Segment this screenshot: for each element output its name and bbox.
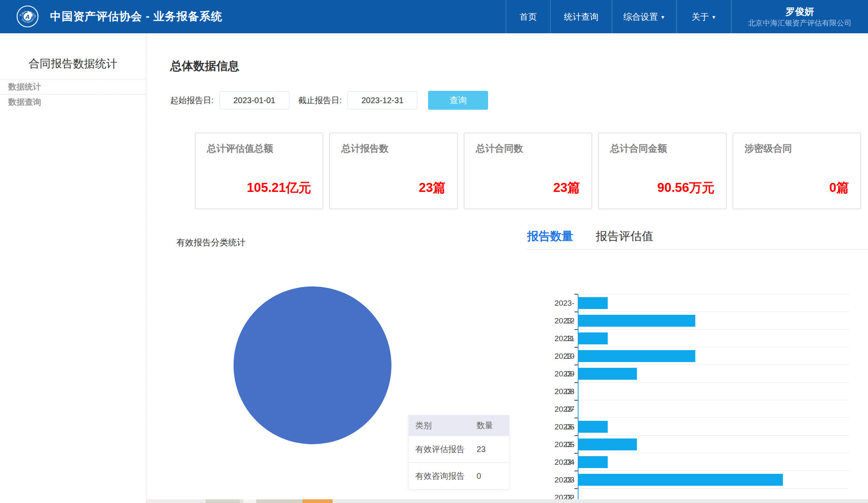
gridline — [579, 347, 849, 347]
axis-tick — [574, 365, 578, 365]
stat-value: 105.21亿元 — [247, 179, 311, 196]
y-axis-label: 2023-03 — [549, 453, 574, 471]
app-title: 中国资产评估协会 - 业务报备系统 — [50, 0, 222, 33]
stat-card-total-contract-amount: 总计合同金额 90.56万元 — [598, 133, 727, 209]
y-axis-label: 2023-06 — [549, 400, 574, 418]
bar-row: 2023-12 — [549, 294, 849, 312]
start-date-label: 起始报告日: — [170, 95, 214, 106]
pie-chart[interactable] — [234, 286, 391, 444]
date-filter-row: 起始报告日: 截止报告日: 查询 — [170, 91, 488, 110]
bar[interactable] — [579, 474, 783, 486]
end-date-label: 截止报告日: — [299, 95, 342, 106]
sidebar: 合同报告数据统计 数据统计 数据查询 — [0, 33, 146, 503]
gridline — [579, 418, 849, 418]
axis-tick — [574, 347, 578, 348]
bar[interactable] — [579, 438, 637, 450]
table-row: 有效评估报告 23 — [409, 436, 509, 462]
axis-tick — [574, 471, 578, 471]
table-row: 有效咨询报告 0 — [409, 462, 509, 489]
bar-row: 2023-04 — [549, 436, 849, 453]
sidebar-item-data-query[interactable]: 数据查询 — [0, 94, 146, 109]
axis-tick — [574, 488, 578, 489]
gridline — [579, 365, 849, 365]
bottom-cutoff-strip — [243, 499, 256, 503]
stat-card-total-reports: 总计报告数 23篇 — [329, 133, 458, 209]
nav-item-statistics-query[interactable]: 统计查询 — [550, 0, 612, 33]
stat-card-total-appraisal-value: 总计评估值总额 105.21亿元 — [195, 133, 323, 209]
bottom-cutoff-strip — [206, 499, 240, 503]
nav-item-home[interactable]: 首页 — [506, 0, 550, 33]
bar-row: 2023-08 — [549, 365, 849, 383]
sidebar-title: 合同报告数据统计 — [0, 56, 146, 71]
chevron-down-icon: ▼ — [711, 14, 716, 20]
stat-cards-row: 总计评估值总额 105.21亿元 总计报告数 23篇 总计合同数 23篇 总计合… — [195, 133, 861, 209]
nav-item-about[interactable]: 关于▼ — [676, 0, 731, 33]
sidebar-item-data-statistics[interactable]: 数据统计 — [0, 79, 146, 94]
bar[interactable] — [579, 350, 695, 362]
gridline — [579, 329, 849, 330]
stat-value: 90.56万元 — [657, 179, 715, 196]
gridline — [579, 311, 849, 312]
bar-row: 2023-02 — [549, 471, 849, 489]
user-menu[interactable]: 罗俊妍 北京中海汇银资产评估有限公司 — [731, 0, 868, 33]
end-date-input[interactable] — [347, 91, 417, 109]
start-date-input[interactable] — [220, 91, 289, 109]
bar-row: 2023-05 — [549, 418, 849, 436]
bar-row: 2023-06 — [549, 400, 849, 418]
tab-report-appraisal-value[interactable]: 报告评估值 — [596, 228, 653, 244]
nav-menu: 首页 统计查询 综合设置▼ 关于▼ 罗俊妍 北京中海汇银资产评估有限公司 — [506, 0, 868, 33]
stat-value: 23篇 — [553, 179, 580, 196]
axis-tick — [574, 453, 578, 454]
gridline — [579, 294, 849, 294]
bar-chart: 2023-122023-112023-102023-092023-082023-… — [549, 294, 849, 503]
axis-tick — [574, 382, 578, 383]
y-axis-label: 2023-08 — [549, 365, 574, 383]
bottom-cutoff-strip — [256, 499, 303, 503]
gridline — [579, 382, 849, 383]
bar-row: 2023-03 — [549, 453, 849, 471]
stat-card-total-contracts: 总计合同数 23篇 — [464, 133, 592, 209]
axis-tick — [574, 329, 578, 330]
bar[interactable] — [579, 297, 608, 309]
axis-tick — [574, 311, 578, 312]
y-axis-label: 2023-11 — [549, 312, 574, 330]
bar-row: 2023-07 — [549, 383, 849, 400]
bottom-cutoff-strip — [240, 499, 243, 503]
axis-tick — [574, 435, 578, 436]
y-axis-label: 2023-09 — [549, 347, 574, 365]
y-axis-label: 2023-12 — [549, 294, 574, 312]
svg-text:A: A — [25, 13, 30, 20]
china-appraisal-society-logo-icon: 中国资产评估协会 China Appraisal Society A — [16, 5, 39, 28]
bar-row: 2023-10 — [549, 330, 849, 347]
bar[interactable] — [579, 332, 608, 344]
gridline — [579, 488, 849, 489]
page-title: 总体数据信息 — [170, 58, 239, 74]
bar-row: 2023-11 — [549, 312, 849, 330]
user-company: 北京中海汇银资产评估有限公司 — [748, 18, 852, 28]
y-axis-label: 2023-10 — [549, 330, 574, 347]
bottom-cutoff-strip — [146, 499, 206, 503]
nav-item-general-settings[interactable]: 综合设置▼ — [612, 0, 676, 33]
table-header-row: 类别 数量 — [409, 415, 509, 436]
chevron-down-icon: ▼ — [660, 14, 665, 20]
axis-tick — [574, 418, 578, 418]
bar[interactable] — [579, 315, 695, 327]
stat-card-classified-contracts: 涉密级合同 0篇 — [733, 133, 861, 209]
bar-row: 2023-09 — [549, 347, 849, 365]
pie-chart-title: 有效报告分类统计 — [176, 237, 245, 248]
search-button[interactable]: 查询 — [428, 91, 488, 110]
bar[interactable] — [579, 421, 608, 433]
bottom-cutoff-strip — [333, 499, 868, 503]
y-axis-label: 2023-07 — [549, 383, 574, 400]
bar[interactable] — [579, 456, 608, 468]
stat-value: 23篇 — [419, 179, 446, 196]
user-name: 罗俊妍 — [786, 5, 814, 18]
axis-tick — [574, 400, 578, 401]
stat-value: 0篇 — [829, 179, 849, 196]
tab-report-count[interactable]: 报告数量 — [527, 228, 573, 244]
gridline — [579, 453, 849, 453]
y-axis-label: 2023-05 — [549, 418, 574, 436]
gridline — [579, 400, 849, 400]
bar[interactable] — [579, 368, 637, 380]
sidebar-list: 数据统计 数据查询 — [0, 79, 146, 109]
